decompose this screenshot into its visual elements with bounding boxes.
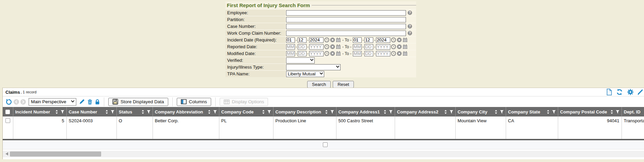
clock-icon[interactable] — [324, 51, 329, 56]
undo-icon[interactable] — [5, 98, 12, 105]
partition-input[interactable] — [286, 17, 406, 22]
column-header-company-city[interactable]: Company City — [455, 107, 506, 116]
employee-input[interactable] — [286, 10, 406, 16]
perspective-select[interactable]: Main Perspective — [29, 98, 76, 106]
employee-help-icon[interactable]: ? — [408, 11, 412, 15]
sort-icon[interactable] — [383, 110, 387, 114]
clipped-edge-icon[interactable] — [638, 89, 643, 95]
incident-date-from-dd[interactable] — [298, 37, 307, 43]
footer-checkbox[interactable] — [323, 142, 328, 147]
sort-icon[interactable] — [141, 110, 144, 114]
lock-icon[interactable] — [95, 99, 100, 105]
gear-icon[interactable] — [627, 89, 634, 95]
reported-date-from-mm[interactable] — [286, 44, 295, 50]
case-number-input[interactable] — [286, 24, 406, 29]
work-comp-claim-number-help-icon[interactable]: ? — [408, 31, 412, 35]
calendar-icon[interactable] — [336, 51, 341, 56]
modified-date-to-dd[interactable] — [364, 51, 373, 56]
verified-select[interactable] — [286, 57, 315, 64]
filter-funnel-icon[interactable] — [330, 110, 334, 114]
column-header-case-number[interactable]: Case Number — [66, 107, 116, 116]
previous-perspective-icon[interactable] — [14, 99, 19, 105]
sort-icon[interactable] — [444, 110, 447, 114]
filter-funnel-icon[interactable] — [450, 110, 453, 114]
sort-icon[interactable] — [325, 110, 328, 114]
column-header-dept-id[interactable]: Dept. ID — [622, 107, 644, 116]
scroll-left-arrow-icon[interactable] — [5, 152, 8, 156]
clock-icon[interactable] — [391, 51, 396, 56]
column-header-company-address2[interactable]: Company Address2 — [395, 107, 455, 116]
new-document-icon[interactable] — [606, 89, 612, 95]
sort-icon[interactable] — [105, 110, 108, 114]
filter-funnel-icon[interactable] — [61, 110, 64, 114]
scrollbar-thumb[interactable] — [10, 151, 101, 157]
incident-date-to-yyyy[interactable] — [376, 37, 390, 43]
column-header-status[interactable]: Status — [116, 107, 153, 116]
modified-date-from-dd[interactable] — [298, 51, 307, 56]
reported-date-from-yyyy[interactable] — [309, 44, 324, 50]
column-header-company-abbreviation[interactable]: Company Abbreviation — [153, 107, 219, 116]
modified-date-from-yyyy[interactable] — [309, 51, 324, 56]
next-perspective-icon[interactable] — [20, 99, 26, 105]
calendar-icon[interactable] — [403, 51, 408, 56]
calendar-icon[interactable] — [403, 44, 408, 49]
row-checkbox[interactable] — [5, 118, 10, 123]
reset-button[interactable]: Reset — [333, 81, 354, 88]
clear-date-icon[interactable] — [397, 37, 402, 42]
calendar-icon[interactable] — [403, 37, 408, 42]
clear-date-icon[interactable] — [397, 44, 402, 49]
select-all-checkbox[interactable] — [5, 110, 10, 114]
tpa-name-select[interactable]: Liberty Mutual — [286, 71, 324, 77]
reported-date-to-dd[interactable] — [364, 44, 373, 50]
calendar-icon[interactable] — [336, 37, 341, 42]
calendar-icon[interactable] — [336, 44, 341, 49]
modified-date-from-mm[interactable] — [286, 51, 295, 56]
incident-date-to-dd[interactable] — [364, 37, 373, 43]
sort-icon[interactable] — [494, 110, 498, 114]
sort-icon[interactable] — [547, 110, 550, 114]
modified-date-to-mm[interactable] — [353, 51, 362, 56]
clear-date-icon[interactable] — [330, 37, 335, 42]
sort-icon[interactable] — [610, 110, 613, 114]
reported-date-to-yyyy[interactable] — [376, 44, 390, 50]
reported-date-to-mm[interactable] — [353, 44, 362, 50]
clock-icon[interactable] — [324, 37, 329, 42]
store-displayed-data-button[interactable]: Store Displayed Data — [108, 98, 168, 106]
incident-date-from-yyyy[interactable] — [309, 37, 324, 43]
columns-button[interactable]: Columns — [177, 98, 211, 106]
refresh-icon[interactable] — [616, 89, 623, 95]
case-number-help-icon[interactable]: ? — [408, 24, 412, 29]
sort-icon[interactable] — [262, 110, 265, 114]
filter-funnel-icon[interactable] — [267, 110, 271, 114]
filter-funnel-icon[interactable] — [389, 110, 393, 114]
sort-icon[interactable] — [208, 110, 211, 114]
column-header-company-state[interactable]: Company State — [506, 107, 558, 116]
modified-date-to-yyyy[interactable] — [376, 51, 390, 56]
column-header-company-code[interactable]: Company Code — [219, 107, 273, 116]
delete-trash-icon[interactable] — [88, 99, 92, 105]
sort-icon[interactable] — [55, 110, 58, 114]
work-comp-claim-number-input[interactable] — [286, 31, 406, 36]
filter-funnel-icon[interactable] — [111, 110, 114, 114]
clear-date-icon[interactable] — [330, 51, 335, 56]
filter-funnel-icon[interactable] — [500, 110, 504, 114]
edit-pencil-icon[interactable] — [79, 99, 85, 105]
clear-date-icon[interactable] — [330, 44, 335, 49]
clock-icon[interactable] — [391, 44, 396, 49]
column-header-company-postal-code[interactable]: Company Postal Code — [558, 107, 622, 116]
clock-icon[interactable] — [391, 37, 396, 42]
reported-date-from-dd[interactable] — [298, 44, 307, 50]
column-header-company-address1[interactable]: Company Address1 — [336, 107, 395, 116]
column-header-company-description[interactable]: Company Description — [273, 107, 336, 116]
filter-funnel-icon[interactable] — [616, 110, 619, 114]
filter-funnel-icon[interactable] — [213, 110, 217, 114]
filter-funnel-icon[interactable] — [147, 110, 151, 114]
incident-date-from-mm[interactable] — [286, 37, 295, 43]
injury-illness-type-select[interactable] — [286, 64, 341, 70]
incident-date-to-mm[interactable] — [353, 37, 362, 43]
clear-date-icon[interactable] — [397, 51, 402, 56]
clock-icon[interactable] — [324, 44, 329, 49]
search-button[interactable]: Search — [307, 81, 331, 88]
table-row[interactable]: 5 S2024-0003 O Better Corp. PL Productio… — [3, 116, 644, 139]
horizontal-scrollbar[interactable] — [3, 151, 644, 157]
